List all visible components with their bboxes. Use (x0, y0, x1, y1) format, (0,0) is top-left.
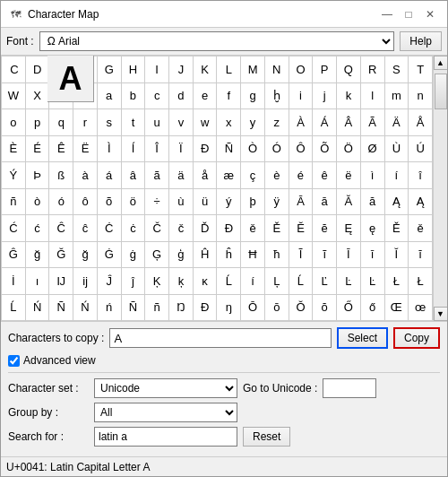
char-cell[interactable]: ĩ (313, 241, 337, 268)
char-cell[interactable]: Ą (409, 188, 433, 215)
char-cell[interactable]: Ł (384, 268, 409, 295)
scroll-thumb[interactable] (435, 74, 447, 109)
char-cell[interactable]: p (25, 109, 49, 136)
char-cell[interactable]: R (360, 56, 384, 83)
char-cell[interactable]: w (193, 109, 217, 136)
char-cell[interactable]: Ð (193, 294, 217, 321)
char-cell[interactable]: g (241, 82, 265, 109)
char-cell[interactable]: ę (360, 215, 384, 242)
char-cell[interactable]: ÷ (145, 188, 169, 215)
char-cell[interactable]: ĭ (409, 241, 433, 268)
char-cell[interactable]: W (2, 82, 26, 109)
char-cell[interactable]: Ã (360, 109, 384, 136)
char-cell[interactable]: M (241, 56, 265, 83)
char-cell[interactable]: ü (193, 188, 217, 215)
char-cell[interactable]: Q (337, 56, 361, 83)
char-cell[interactable]: ḫ (264, 82, 289, 109)
char-cell[interactable]: Ñ (217, 135, 241, 162)
char-cell[interactable]: ê (313, 162, 337, 189)
char-cell[interactable]: v (169, 109, 194, 136)
char-cell[interactable]: L (217, 56, 241, 83)
char-cell[interactable]: Ń (73, 294, 98, 321)
goto-unicode-input[interactable] (323, 378, 376, 398)
char-cell[interactable]: î (409, 162, 433, 189)
char-cell[interactable]: ĕ (313, 215, 337, 242)
char-cell[interactable]: Ĳ (49, 268, 73, 295)
minimize-button[interactable]: — (377, 4, 397, 24)
char-cell[interactable]: ë (337, 162, 361, 189)
char-cell[interactable]: Ĩ (289, 241, 313, 268)
char-cell[interactable]: Ģ (145, 241, 169, 268)
char-cell[interactable]: κ (193, 268, 217, 295)
char-cell[interactable]: k (337, 82, 361, 109)
char-cell[interactable]: r (73, 109, 98, 136)
char-cell[interactable]: ğ (73, 241, 98, 268)
search-for-input[interactable] (94, 427, 237, 447)
char-cell[interactable]: a (97, 82, 121, 109)
char-cell[interactable]: ģ (169, 241, 194, 268)
char-cell[interactable]: G (97, 56, 121, 83)
char-cell[interactable]: Ł (409, 268, 433, 295)
char-cell[interactable]: ă (360, 188, 384, 215)
char-cell[interactable]: Â (337, 109, 361, 136)
char-cell[interactable]: Ñ (121, 294, 145, 321)
char-cell[interactable]: Ć (2, 215, 26, 242)
char-cell[interactable]: ğ (25, 241, 49, 268)
char-cell[interactable]: Ŏ (289, 294, 313, 321)
char-cell[interactable]: ő (360, 294, 384, 321)
char-cell[interactable]: á (97, 162, 121, 189)
char-cell[interactable]: Đ (217, 215, 241, 242)
char-cell[interactable]: Ċ (97, 215, 121, 242)
char-cell[interactable]: ń (97, 294, 121, 321)
char-cell[interactable]: s (97, 109, 121, 136)
char-cell[interactable]: Ĉ (49, 215, 73, 242)
char-cell[interactable]: ò (25, 188, 49, 215)
maximize-button[interactable]: □ (399, 4, 418, 24)
char-cell[interactable]: ô (73, 188, 98, 215)
char-cell[interactable]: Þ (25, 162, 49, 189)
char-cell[interactable]: Á (313, 109, 337, 136)
char-cell[interactable]: Ä (384, 109, 409, 136)
advanced-view-checkbox[interactable] (8, 355, 20, 367)
char-cell[interactable]: Ŋ (169, 294, 194, 321)
char-cell[interactable]: ō (264, 294, 289, 321)
char-cell[interactable]: ä (169, 162, 194, 189)
char-cell[interactable]: Í (121, 135, 145, 162)
group-by-select[interactable]: All Unicode Subrange (94, 403, 237, 422)
char-cell[interactable]: ć (25, 215, 49, 242)
char-cell[interactable]: À (289, 109, 313, 136)
char-cell[interactable]: Ĕ (289, 215, 313, 242)
char-cell[interactable]: œ (409, 294, 433, 321)
char-cell[interactable]: Ë (73, 135, 98, 162)
char-cell[interactable]: Œ (384, 294, 409, 321)
char-cell[interactable]: Ý (2, 162, 26, 189)
char-cell[interactable]: ħ (264, 241, 289, 268)
char-cell[interactable]: Ğ (49, 241, 73, 268)
char-cell[interactable]: e (193, 82, 217, 109)
char-cell[interactable]: ĉ (73, 215, 98, 242)
char-cell[interactable]: Î (145, 135, 169, 162)
copy-button[interactable]: Copy (393, 327, 440, 349)
char-cell[interactable]: C (2, 56, 26, 83)
char-cell[interactable]: P (313, 56, 337, 83)
char-cell[interactable]: Ĺ (289, 268, 313, 295)
char-cell[interactable]: ı (25, 268, 49, 295)
char-cell[interactable]: J (169, 56, 194, 83)
char-cell[interactable]: ß (49, 162, 73, 189)
char-cell[interactable]: ŋ (217, 294, 241, 321)
char-cell[interactable]: ī (360, 241, 384, 268)
char-cell[interactable]: Ù (384, 135, 409, 162)
char-cell[interactable]: ě (241, 215, 265, 242)
char-cell[interactable]: Ħ (241, 241, 265, 268)
char-cell[interactable]: Ĥ (193, 241, 217, 268)
char-cell[interactable]: Ď (193, 215, 217, 242)
char-cell[interactable]: Ö (337, 135, 361, 162)
select-button[interactable]: Select (337, 327, 388, 349)
char-cell[interactable]: H (121, 56, 145, 83)
char-cell[interactable]: Ó (264, 135, 289, 162)
char-cell[interactable]: ý (217, 188, 241, 215)
char-cell[interactable]: o (2, 109, 26, 136)
char-cell[interactable]: O (289, 56, 313, 83)
char-cell[interactable]: Ĺ (217, 268, 241, 295)
char-cell[interactable]: Ĺ (2, 294, 26, 321)
